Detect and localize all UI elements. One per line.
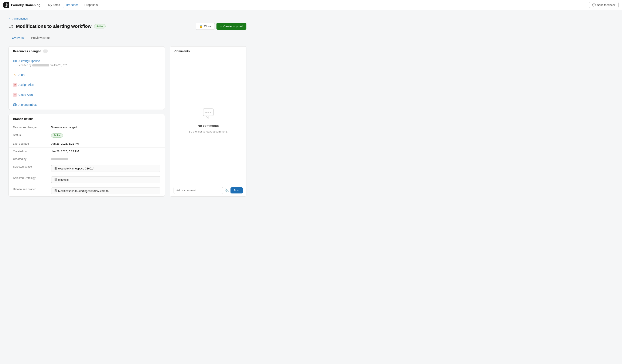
detail-label-selected-ontology: Selected Ontology: [13, 176, 51, 183]
proposal-icon: ✦: [220, 25, 222, 28]
create-proposal-label: Create proposal: [223, 25, 243, 28]
nav-branches[interactable]: Branches: [63, 2, 81, 8]
detail-label-created-on: Created on: [13, 150, 51, 153]
tab-overview[interactable]: Overview: [8, 34, 28, 42]
detail-row-created-on: Created on Jan 28, 2025, 5:22 PM: [9, 147, 165, 155]
post-button[interactable]: Post: [231, 187, 243, 193]
detail-label-datasource-branch: Datasource branch: [13, 188, 51, 194]
resources-changed-header: Resources changed 5: [9, 46, 165, 56]
comment-input[interactable]: [174, 187, 223, 194]
close-icon: 🔒: [199, 25, 203, 28]
tab-preview-status[interactable]: Preview status: [28, 34, 54, 42]
branch-icon: ⎇: [8, 24, 13, 29]
redacted-creator: [51, 158, 68, 160]
comment-input-area: 📎 Post: [170, 184, 246, 196]
resource-item-alerting-inbox: Alerting Inbox: [9, 100, 165, 110]
status-badge: Active: [94, 24, 106, 28]
namespace-icon: 🗄: [54, 167, 57, 170]
resource-name-alerting-inbox[interactable]: Alerting Inbox: [13, 103, 160, 107]
alerting-pipeline-meta: Modified by on Jan 28, 2025: [13, 64, 160, 67]
branch-details-card: Branch details Resources changed 5 resou…: [8, 114, 165, 197]
alert-warning-icon: ⚠: [13, 73, 17, 77]
back-arrow-icon: ←: [8, 17, 11, 20]
header-actions: 🔒 Close ✦ Create proposal: [196, 23, 246, 30]
left-column: Resources changed 5 Alerting Pipeline Mo…: [8, 46, 165, 197]
selected-space-value: example Namespace-336014: [58, 167, 94, 170]
detail-label-created-by: Created by: [13, 157, 51, 161]
send-feedback-button[interactable]: 💬 Send feedback: [589, 2, 619, 8]
detail-row-status: Status Active: [9, 131, 165, 140]
breadcrumb[interactable]: ← All branches: [8, 17, 246, 20]
detail-row-resources-changed: Resources changed 5 resources changed: [9, 124, 165, 131]
branch-details-header: Branch details: [9, 114, 165, 124]
create-proposal-button[interactable]: ✦ Create proposal: [216, 23, 247, 30]
resources-changed-card: Resources changed 5 Alerting Pipeline Mo…: [8, 46, 165, 110]
resources-count-badge: 5: [43, 50, 48, 53]
page-title: Modifications to alerting workflow: [16, 24, 92, 29]
resource-item-alert: ⚠ Alert: [9, 70, 165, 80]
nav-proposals[interactable]: Proposals: [82, 2, 100, 8]
detail-value-status: Active: [51, 133, 160, 138]
selected-space-field: 🗄 example Namespace-336014: [51, 165, 160, 172]
pipeline-icon: [13, 59, 17, 63]
inbox-icon: [13, 103, 17, 107]
comments-title: Comments: [175, 50, 190, 53]
detail-value-created-by: [51, 157, 160, 161]
attach-icon[interactable]: 📎: [225, 188, 229, 192]
detail-value-selected-space: 🗄 example Namespace-336014: [51, 165, 160, 172]
nav-my-items[interactable]: My items: [45, 2, 62, 8]
app-logo: Foundry Branching: [3, 2, 40, 8]
detail-row-selected-ontology: Selected Ontology 🗄 example: [9, 174, 165, 185]
close-label: Close: [204, 25, 211, 28]
ontology-icon: 🗄: [54, 178, 57, 181]
sub-tabs: Overview Preview status: [8, 34, 246, 42]
alerting-inbox-label: Alerting Inbox: [19, 103, 37, 106]
resource-name-alert[interactable]: ⚠ Alert: [13, 73, 160, 77]
selected-ontology-field: 🗄 example: [51, 176, 160, 183]
app-name: Foundry Branching: [11, 3, 40, 7]
branch-details-title: Branch details: [13, 117, 33, 121]
detail-value-last-updated: Jan 28, 2025, 5:22 PM: [51, 142, 160, 145]
resource-item-assign-alert: ⚙ Assign Alert: [9, 80, 165, 90]
feedback-label: Send feedback: [597, 3, 615, 7]
resource-name-alerting-pipeline[interactable]: Alerting Pipeline: [13, 59, 160, 63]
assign-alert-icon: ⚙: [13, 83, 17, 87]
page-title-row: ⎇ Modifications to alerting workflow Act…: [8, 24, 106, 29]
redacted-user: [32, 64, 49, 66]
datasource-branch-field: 🗄 Modifications-to-alerting-workflow-xKk…: [51, 188, 160, 194]
detail-label-last-updated: Last updated: [13, 142, 51, 145]
resource-name-assign-alert[interactable]: ⚙ Assign Alert: [13, 83, 160, 87]
close-alert-label: Close Alert: [19, 93, 33, 96]
detail-row-created-by: Created by: [9, 155, 165, 163]
detail-value-created-on: Jan 28, 2025, 5:22 PM: [51, 150, 160, 153]
resource-name-close-alert[interactable]: ✕ Close Alert: [13, 93, 160, 97]
details-table: Resources changed 5 resources changed St…: [9, 124, 165, 196]
comments-header: Comments: [170, 46, 246, 56]
detail-label-resources-changed: Resources changed: [13, 126, 51, 129]
comments-section: Comments No comments Be the first to lea…: [170, 46, 246, 197]
feedback-icon: 💬: [592, 3, 596, 7]
selected-ontology-value: example: [58, 178, 69, 181]
top-nav: Foundry Branching My items Branches Prop…: [0, 0, 622, 10]
breadcrumb-label: All branches: [13, 17, 28, 20]
resource-item-close-alert: ✕ Close Alert: [9, 90, 165, 100]
alerting-pipeline-label: Alerting Pipeline: [19, 59, 40, 63]
resources-changed-title: Resources changed: [13, 50, 41, 53]
close-button[interactable]: 🔒 Close: [196, 23, 214, 30]
comments-body: No comments Be the first to leave a comm…: [170, 56, 246, 184]
status-active-badge: Active: [51, 133, 63, 138]
branch-ds-icon: 🗄: [54, 189, 57, 193]
content-grid: Resources changed 5 Alerting Pipeline Mo…: [8, 46, 246, 197]
detail-value-datasource-branch: 🗄 Modifications-to-alerting-workflow-xKk…: [51, 188, 160, 194]
logo-icon: [3, 2, 9, 8]
detail-label-status: Status: [13, 133, 51, 138]
assign-alert-label: Assign Alert: [19, 83, 34, 86]
nav-items: My items Branches Proposals: [45, 2, 100, 8]
datasource-branch-value: Modifications-to-alerting-workflow-xKkuf…: [58, 190, 109, 193]
alert-label: Alert: [19, 73, 25, 77]
svg-point-12: [210, 112, 211, 113]
no-comments-icon: [202, 107, 214, 121]
detail-value-selected-ontology: 🗄 example: [51, 176, 160, 183]
detail-row-selected-space: Selected space 🗄 example Namespace-33601…: [9, 163, 165, 174]
resource-item-alerting-pipeline: Alerting Pipeline Modified by on Jan 28,…: [9, 56, 165, 70]
